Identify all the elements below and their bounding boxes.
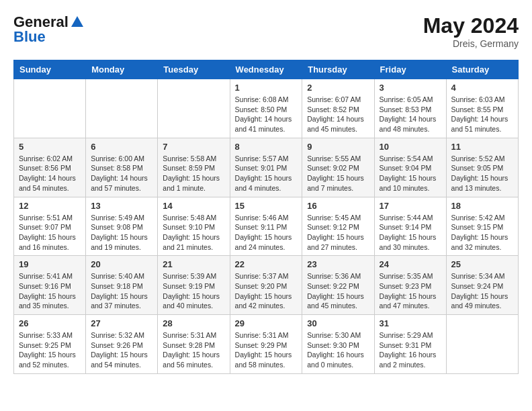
day-number: 16 — [307, 201, 369, 211]
day-info: Sunrise: 5:33 AMSunset: 9:25 PMDaylight:… — [19, 330, 81, 370]
day-number: 27 — [91, 318, 152, 328]
day-info: Sunrise: 5:39 AMSunset: 9:19 PMDaylight:… — [163, 271, 224, 311]
day-info: Sunrise: 5:57 AMSunset: 9:01 PMDaylight:… — [235, 154, 298, 193]
day-info: Sunrise: 6:07 AMSunset: 8:52 PMDaylight:… — [307, 95, 369, 134]
calendar-day-29: 29Sunrise: 5:31 AMSunset: 9:29 PMDayligh… — [230, 315, 302, 374]
calendar-day-17: 17Sunrise: 5:44 AMSunset: 9:14 PMDayligh… — [374, 197, 446, 256]
calendar-day-18: 18Sunrise: 5:42 AMSunset: 9:15 PMDayligh… — [446, 197, 518, 256]
calendar-day-26: 26Sunrise: 5:33 AMSunset: 9:25 PMDayligh… — [14, 315, 86, 374]
calendar-day-13: 13Sunrise: 5:49 AMSunset: 9:08 PMDayligh… — [86, 197, 158, 256]
logo-icon — [70, 15, 85, 30]
day-info: Sunrise: 6:08 AMSunset: 8:50 PMDaylight:… — [235, 95, 298, 134]
calendar-day-2: 2Sunrise: 6:07 AMSunset: 8:52 PMDaylight… — [302, 79, 374, 138]
day-number: 11 — [451, 142, 513, 152]
logo-blue: Blue — [13, 28, 46, 46]
calendar-day-16: 16Sunrise: 5:45 AMSunset: 9:12 PMDayligh… — [302, 197, 374, 256]
day-info: Sunrise: 5:45 AMSunset: 9:12 PMDaylight:… — [307, 213, 369, 253]
day-number: 19 — [19, 259, 81, 269]
day-number: 1 — [235, 83, 298, 93]
day-number: 17 — [380, 201, 441, 211]
calendar-day-19: 19Sunrise: 5:41 AMSunset: 9:16 PMDayligh… — [14, 256, 86, 315]
day-info: Sunrise: 5:40 AMSunset: 9:18 PMDaylight:… — [91, 271, 152, 311]
weekday-header-tuesday: Tuesday — [158, 60, 230, 79]
day-number: 21 — [163, 259, 224, 269]
calendar-day-30: 30Sunrise: 5:30 AMSunset: 9:30 PMDayligh… — [302, 315, 374, 374]
day-number: 13 — [91, 201, 152, 211]
calendar-day-12: 12Sunrise: 5:51 AMSunset: 9:07 PMDayligh… — [14, 197, 86, 256]
calendar-week-row: 5Sunrise: 6:02 AMSunset: 8:56 PMDaylight… — [14, 138, 519, 197]
day-info: Sunrise: 5:32 AMSunset: 9:26 PMDaylight:… — [91, 330, 152, 370]
calendar-day-3: 3Sunrise: 6:05 AMSunset: 8:53 PMDaylight… — [374, 79, 446, 138]
calendar-day-22: 22Sunrise: 5:37 AMSunset: 9:20 PMDayligh… — [230, 256, 302, 315]
calendar-day-21: 21Sunrise: 5:39 AMSunset: 9:19 PMDayligh… — [158, 256, 230, 315]
day-info: Sunrise: 5:31 AMSunset: 9:29 PMDaylight:… — [235, 330, 298, 370]
calendar-empty-cell — [86, 79, 158, 138]
day-number: 14 — [163, 201, 224, 211]
day-info: Sunrise: 5:44 AMSunset: 9:14 PMDaylight:… — [380, 213, 441, 253]
page-header: General Blue May 2024 Dreis, Germany — [13, 13, 519, 49]
calendar-day-25: 25Sunrise: 5:34 AMSunset: 9:24 PMDayligh… — [446, 256, 518, 315]
day-number: 4 — [451, 83, 513, 93]
day-info: Sunrise: 6:02 AMSunset: 8:56 PMDaylight:… — [19, 154, 81, 193]
day-info: Sunrise: 5:51 AMSunset: 9:07 PMDaylight:… — [19, 213, 81, 253]
day-number: 10 — [380, 142, 441, 152]
weekday-header-thursday: Thursday — [302, 60, 374, 79]
calendar-week-row: 12Sunrise: 5:51 AMSunset: 9:07 PMDayligh… — [14, 197, 519, 256]
calendar-empty-cell — [446, 315, 518, 374]
calendar-day-23: 23Sunrise: 5:36 AMSunset: 9:22 PMDayligh… — [302, 256, 374, 315]
calendar-day-14: 14Sunrise: 5:48 AMSunset: 9:10 PMDayligh… — [158, 197, 230, 256]
day-number: 7 — [163, 142, 224, 152]
day-number: 24 — [380, 259, 441, 269]
weekday-header-monday: Monday — [86, 60, 158, 79]
day-info: Sunrise: 5:37 AMSunset: 9:20 PMDaylight:… — [235, 271, 298, 311]
day-number: 3 — [380, 83, 441, 93]
day-number: 9 — [307, 142, 369, 152]
weekday-header-saturday: Saturday — [446, 60, 518, 79]
day-info: Sunrise: 5:46 AMSunset: 9:11 PMDaylight:… — [235, 213, 298, 253]
day-number: 23 — [307, 259, 369, 269]
day-info: Sunrise: 5:42 AMSunset: 9:15 PMDaylight:… — [451, 213, 513, 253]
calendar-empty-cell — [158, 79, 230, 138]
day-number: 20 — [91, 259, 152, 269]
day-number: 15 — [235, 201, 298, 211]
day-info: Sunrise: 5:41 AMSunset: 9:16 PMDaylight:… — [19, 271, 81, 311]
calendar-week-row: 26Sunrise: 5:33 AMSunset: 9:25 PMDayligh… — [14, 315, 519, 374]
day-info: Sunrise: 6:00 AMSunset: 8:58 PMDaylight:… — [91, 154, 152, 193]
day-info: Sunrise: 5:34 AMSunset: 9:24 PMDaylight:… — [451, 271, 513, 311]
calendar-day-11: 11Sunrise: 5:52 AMSunset: 9:05 PMDayligh… — [446, 138, 518, 197]
calendar-day-20: 20Sunrise: 5:40 AMSunset: 9:18 PMDayligh… — [86, 256, 158, 315]
day-number: 5 — [19, 142, 81, 152]
day-info: Sunrise: 5:35 AMSunset: 9:23 PMDaylight:… — [380, 271, 441, 311]
logo: General Blue — [13, 13, 85, 46]
calendar-day-1: 1Sunrise: 6:08 AMSunset: 8:50 PMDaylight… — [230, 79, 302, 138]
day-number: 22 — [235, 259, 298, 269]
day-number: 12 — [19, 201, 81, 211]
svg-marker-0 — [71, 16, 83, 27]
day-number: 2 — [307, 83, 369, 93]
day-number: 26 — [19, 318, 81, 328]
calendar-day-31: 31Sunrise: 5:29 AMSunset: 9:31 PMDayligh… — [374, 315, 446, 374]
calendar-day-4: 4Sunrise: 6:03 AMSunset: 8:55 PMDaylight… — [446, 79, 518, 138]
calendar-day-9: 9Sunrise: 5:55 AMSunset: 9:02 PMDaylight… — [302, 138, 374, 197]
day-info: Sunrise: 5:54 AMSunset: 9:04 PMDaylight:… — [380, 154, 441, 193]
calendar-day-5: 5Sunrise: 6:02 AMSunset: 8:56 PMDaylight… — [14, 138, 86, 197]
day-number: 31 — [380, 318, 441, 328]
day-number: 8 — [235, 142, 298, 152]
day-number: 18 — [451, 201, 513, 211]
day-info: Sunrise: 5:55 AMSunset: 9:02 PMDaylight:… — [307, 154, 369, 193]
day-number: 29 — [235, 318, 298, 328]
day-number: 28 — [163, 318, 224, 328]
calendar-week-row: 1Sunrise: 6:08 AMSunset: 8:50 PMDaylight… — [14, 79, 519, 138]
calendar-day-24: 24Sunrise: 5:35 AMSunset: 9:23 PMDayligh… — [374, 256, 446, 315]
weekday-header-friday: Friday — [374, 60, 446, 79]
month-year: May 2024 — [423, 13, 519, 38]
calendar-day-8: 8Sunrise: 5:57 AMSunset: 9:01 PMDaylight… — [230, 138, 302, 197]
calendar-table: SundayMondayTuesdayWednesdayThursdayFrid… — [13, 60, 519, 374]
weekday-header-row: SundayMondayTuesdayWednesdayThursdayFrid… — [14, 60, 519, 79]
day-number: 30 — [307, 318, 369, 328]
day-info: Sunrise: 5:58 AMSunset: 8:59 PMDaylight:… — [163, 154, 224, 193]
calendar-empty-cell — [14, 79, 86, 138]
day-info: Sunrise: 5:49 AMSunset: 9:08 PMDaylight:… — [91, 213, 152, 253]
day-info: Sunrise: 5:29 AMSunset: 9:31 PMDaylight:… — [380, 330, 441, 370]
day-info: Sunrise: 5:36 AMSunset: 9:22 PMDaylight:… — [307, 271, 369, 311]
